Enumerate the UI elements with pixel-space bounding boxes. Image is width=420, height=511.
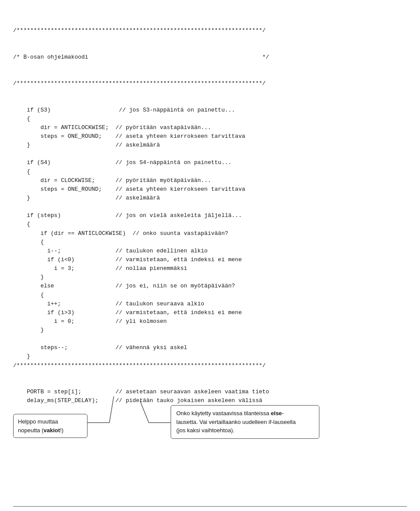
code-section: /***************************************… bbox=[13, 9, 407, 388]
annotation-speed-text2: !) bbox=[60, 427, 63, 434]
code-header: /***************************************… bbox=[13, 26, 407, 35]
main-code-block: if (S3) // jos S3-näppäintä on painettu.… bbox=[13, 106, 407, 370]
annotation-speed-bold: vakiot bbox=[44, 427, 60, 434]
annotation-else-bold: else bbox=[271, 410, 282, 416]
page-container: /***************************************… bbox=[13, 9, 407, 511]
section-divider bbox=[13, 506, 407, 507]
annotation-bubble-speed: Helppo muuttaanopeutta (vakiot!) bbox=[13, 414, 88, 438]
code-title: /* B-osan ohjelmakoodi */ bbox=[13, 53, 407, 62]
annotation-bubble-else: Onko käytetty vastaavissa tilanteissa el… bbox=[171, 405, 319, 439]
code-header-end: /***************************************… bbox=[13, 79, 407, 88]
annotation-else-text1: Onko käytetty vastaavissa tilanteissa bbox=[176, 410, 271, 416]
